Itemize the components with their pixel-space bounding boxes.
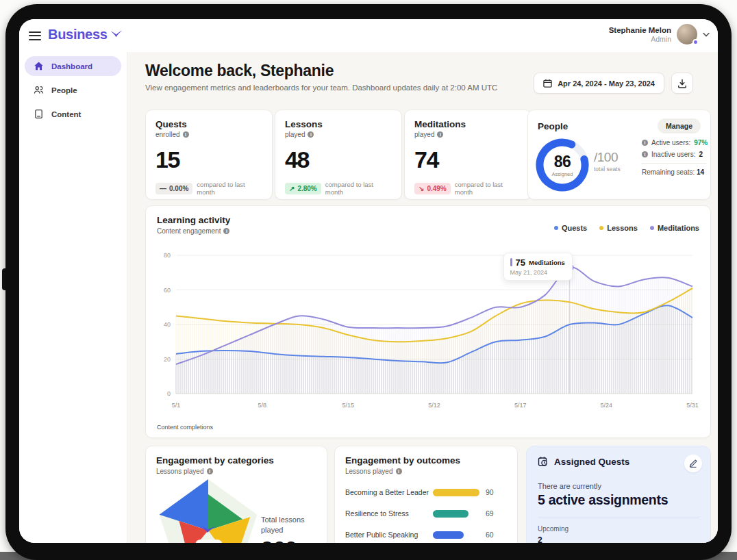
stat-subtitle: played xyxy=(414,131,434,138)
active-users-label: Active users: xyxy=(651,139,690,147)
tooltip-series: Meditations xyxy=(529,259,565,266)
sidebar-item-content[interactable]: Content xyxy=(25,104,121,124)
compare-label: compared to last month xyxy=(455,181,521,196)
assigned-quests-title: Assigned Quests xyxy=(554,457,629,467)
app-logo: Business xyxy=(48,27,123,42)
trend-flat-icon: — xyxy=(160,185,166,192)
hatch-fill-quests xyxy=(176,306,692,394)
x-tick-label: 5/15 xyxy=(342,402,355,409)
outcome-value: 90 xyxy=(486,488,494,496)
info-icon[interactable]: i xyxy=(223,228,229,234)
outcome-bar xyxy=(433,489,479,496)
y-tick-label: 40 xyxy=(164,321,171,328)
sidebar-item-people[interactable]: People xyxy=(25,80,121,100)
inactive-users-value: 2 xyxy=(699,151,703,158)
legend-item-quests[interactable]: Quests xyxy=(554,224,587,232)
tooltip-date: May 21, 2024 xyxy=(510,269,565,276)
total-lessons-label: Total lessons played xyxy=(261,515,316,535)
info-icon[interactable]: i xyxy=(396,468,402,474)
user-menu[interactable]: Stephanie Melon Admin xyxy=(609,24,710,44)
learning-line-chart: 0204060805/15/85/155/125/175/245/31 xyxy=(151,249,705,420)
tablet-bezel: Business Stephanie Melon Admin Dashboard… xyxy=(5,4,732,560)
sidebar-item-dashboard[interactable]: Dashboard xyxy=(25,56,121,76)
series-line-quests xyxy=(176,305,692,363)
info-icon[interactable]: i xyxy=(642,151,648,157)
user-name: Stephanie Melon xyxy=(609,26,671,34)
x-tick-label: 5/12 xyxy=(428,402,440,409)
stat-card-quests: Questsenrolledi15—0.00%compared to last … xyxy=(145,110,273,200)
seats-donut-chart: 86 Assigned xyxy=(535,138,590,192)
stat-value: 74 xyxy=(414,147,521,173)
stat-value: 48 xyxy=(285,147,392,173)
category-pentagon-chart xyxy=(150,471,266,543)
user-role: Admin xyxy=(609,35,671,43)
x-tick-label: 5/17 xyxy=(514,402,527,409)
divider xyxy=(538,518,699,518)
content-icon xyxy=(34,109,44,119)
main-content: Welcome back, Stephanie View engagement … xyxy=(127,52,718,543)
active-assignments: 5 active assignments xyxy=(538,492,699,508)
manage-button[interactable]: Manage xyxy=(658,118,701,133)
learning-title: Learning activity xyxy=(157,215,230,225)
info-icon[interactable]: i xyxy=(183,131,189,138)
outcome-label: Resilience to Stress xyxy=(345,509,433,518)
home-icon xyxy=(34,61,44,71)
outcome-row: Becoming a Better Leader90 xyxy=(345,488,507,496)
remaining-seats-row: Remaining seats: 14 xyxy=(642,168,706,176)
change-value: 0.00% xyxy=(169,185,188,192)
outcome-value: 60 xyxy=(486,531,494,539)
legend-item-lessons[interactable]: Lessons xyxy=(599,224,638,232)
y-tick-label: 0 xyxy=(167,390,171,397)
sidebar: DashboardPeopleContent xyxy=(19,52,127,543)
app-screen: Business Stephanie Melon Admin Dashboard… xyxy=(19,19,718,543)
stat-title: Quests xyxy=(155,119,262,129)
page-title: Welcome back, Stephanie xyxy=(145,62,334,80)
download-icon xyxy=(677,79,687,88)
stat-subtitle: played xyxy=(285,131,305,138)
total-seats-value: /100 xyxy=(594,150,621,165)
x-tick-label: 5/8 xyxy=(258,402,266,409)
bird-logo-icon xyxy=(110,29,123,40)
stat-value: 15 xyxy=(155,147,262,173)
x-tick-label: 5/31 xyxy=(686,402,699,409)
chart-tooltip: 75 Meditations May 21, 2024 xyxy=(503,253,573,281)
learning-activity-card: Learning activity Content engagement i Q… xyxy=(145,205,711,438)
outcome-label: Better Public Speaking xyxy=(345,531,433,539)
info-icon[interactable]: i xyxy=(308,131,314,138)
series-line-meditations xyxy=(176,267,692,364)
outcomes-title: Engagement by outcomes xyxy=(345,455,507,466)
stat-title: Meditations xyxy=(414,119,521,129)
y-tick-label: 60 xyxy=(164,287,171,294)
edit-button[interactable] xyxy=(684,455,702,472)
stat-title: Lessons xyxy=(285,119,392,129)
date-range-label: Apr 24, 2024 - May 23, 2024 xyxy=(558,79,655,88)
sidebar-item-label: Content xyxy=(51,110,81,118)
legend-label: Lessons xyxy=(607,224,638,232)
outcomes-card: Engagement by outcomes Lessons played i … xyxy=(334,446,518,543)
legend-label: Quests xyxy=(562,224,587,232)
outcome-row: Better Public Speaking60 xyxy=(345,531,507,539)
legend-dot xyxy=(650,226,654,230)
page-subtitle: View engagement metrics and leaderboards… xyxy=(145,84,497,92)
total-seats-label: total seats xyxy=(594,166,621,173)
legend-dot xyxy=(554,226,558,230)
people-icon xyxy=(34,85,44,95)
info-icon[interactable]: i xyxy=(437,131,443,138)
outcome-row: Resilience to Stress69 xyxy=(345,509,507,518)
hamburger-menu-icon[interactable] xyxy=(29,29,41,40)
divider xyxy=(642,163,706,164)
download-button[interactable] xyxy=(671,73,693,94)
legend-item-meditations[interactable]: Meditations xyxy=(650,224,699,232)
assigned-count: 86 xyxy=(554,153,571,171)
x-tick-label: 5/24 xyxy=(601,402,613,409)
remaining-seats-value: 14 xyxy=(697,168,704,176)
avatar[interactable] xyxy=(677,24,697,44)
date-range-picker[interactable]: Apr 24, 2024 - May 23, 2024 xyxy=(534,73,664,94)
total-lessons-value: 960 xyxy=(261,537,297,543)
categories-title: Engagement by categories xyxy=(156,455,316,466)
info-icon[interactable]: i xyxy=(642,140,648,146)
tooltip-series-bar xyxy=(510,258,512,266)
compare-label: compared to last month xyxy=(197,181,262,196)
chevron-down-icon[interactable] xyxy=(703,32,710,37)
change-value: 0.49% xyxy=(427,185,446,192)
